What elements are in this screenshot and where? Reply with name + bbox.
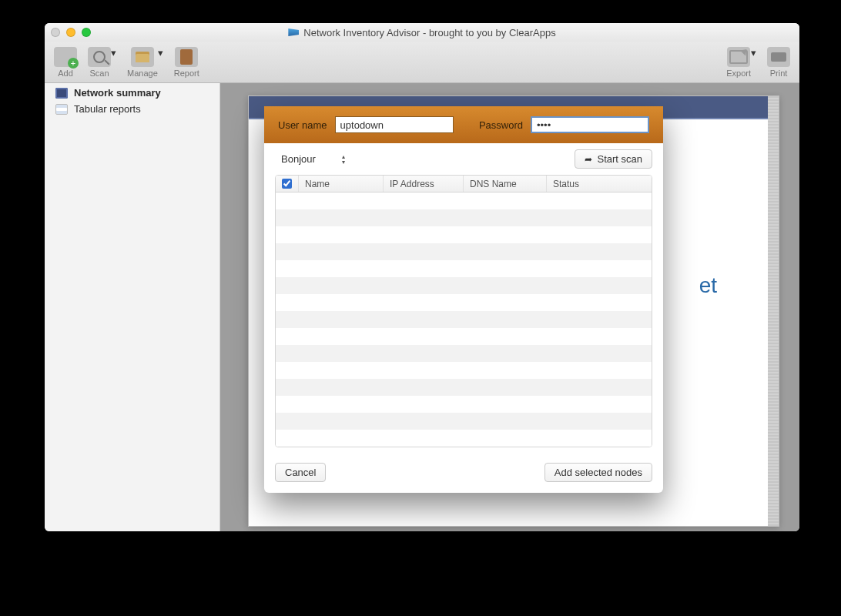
table-row[interactable] (276, 379, 652, 396)
start-scan-button[interactable]: ➦ Start scan (575, 149, 652, 169)
select-all-checkbox[interactable] (282, 179, 292, 189)
table-row[interactable] (276, 430, 652, 447)
sidebar-item-label: Tabular reports (74, 103, 141, 115)
summary-icon (55, 88, 68, 99)
add-button[interactable]: Add (54, 47, 77, 78)
print-label: Print (770, 69, 788, 78)
titlebar: Network Inventory Advisor - brought to y… (45, 23, 799, 42)
print-button[interactable]: Print (767, 47, 790, 78)
report-label: Report (174, 69, 199, 78)
report-button[interactable]: Report (174, 47, 199, 78)
column-header-dns[interactable]: DNS Name (464, 176, 547, 192)
column-header-ip[interactable]: IP Address (384, 176, 464, 192)
zoom-window-button[interactable] (82, 28, 91, 37)
table-row[interactable] (276, 277, 652, 294)
app-icon (288, 28, 299, 36)
partial-report-text: et (699, 273, 717, 298)
sidebar-item-tabular-reports[interactable]: Tabular reports (45, 101, 219, 117)
printer-icon (767, 47, 790, 67)
table-body (276, 192, 652, 447)
credentials-bar: User name Password (264, 106, 663, 143)
export-dropdown-chevron-icon[interactable]: ▾ (751, 47, 756, 59)
export-button[interactable]: Export (726, 47, 751, 78)
table-row[interactable] (276, 209, 652, 226)
add-node-icon (54, 47, 77, 67)
scan-controls: Bonjour ▴▾ ➦ Start scan (264, 143, 663, 175)
scan-method-select[interactable]: Bonjour ▴▾ (275, 152, 351, 166)
results-table: Name IP Address DNS Name Status (275, 175, 652, 447)
manage-button[interactable]: Manage (127, 47, 158, 78)
add-selected-nodes-button[interactable]: Add selected nodes (544, 463, 652, 482)
scrollbar[interactable] (768, 96, 779, 526)
column-header-status[interactable]: Status (547, 176, 652, 192)
table-row[interactable] (276, 396, 652, 413)
window-title: Network Inventory Advisor - brought to y… (303, 27, 555, 38)
arrow-right-icon: ➦ (585, 154, 592, 165)
table-row[interactable] (276, 192, 652, 209)
scan-method-value: Bonjour (281, 153, 316, 165)
table-row[interactable] (276, 243, 652, 260)
table-row[interactable] (276, 294, 652, 311)
drawer-icon (131, 47, 154, 67)
table-row[interactable] (276, 260, 652, 277)
password-input[interactable] (531, 116, 649, 133)
scan-dropdown-chevron-icon[interactable]: ▾ (111, 47, 116, 59)
table-row[interactable] (276, 345, 652, 362)
table-row[interactable] (276, 311, 652, 328)
dialog-footer: Cancel Add selected nodes (264, 455, 663, 493)
magnifier-icon (88, 47, 111, 67)
close-window-button[interactable] (51, 28, 60, 37)
table-row[interactable] (276, 362, 652, 379)
scan-dialog: User name Password Bonjour ▴▾ ➦ Start sc… (264, 106, 663, 493)
scan-button[interactable]: Scan (88, 47, 111, 78)
sidebar: Network summary Tabular reports (45, 83, 220, 531)
toolbar: Add Scan ▾ Manage ▾ Report Export (45, 42, 799, 83)
minimize-window-button[interactable] (66, 28, 75, 37)
cancel-label: Cancel (285, 467, 316, 478)
password-label: Password (479, 119, 523, 131)
table-row[interactable] (276, 328, 652, 345)
tabular-icon (55, 104, 68, 115)
table-header: Name IP Address DNS Name Status (276, 176, 652, 192)
manage-label: Manage (127, 69, 158, 78)
select-all-header[interactable] (276, 176, 299, 192)
cancel-button[interactable]: Cancel (275, 463, 326, 482)
column-header-name[interactable]: Name (299, 176, 384, 192)
table-row[interactable] (276, 226, 652, 243)
sidebar-item-network-summary[interactable]: Network summary (45, 85, 219, 101)
start-scan-label: Start scan (597, 153, 642, 165)
username-input[interactable] (335, 116, 454, 133)
username-label: User name (278, 119, 327, 131)
scan-label: Scan (89, 69, 109, 78)
app-window: Network Inventory Advisor - brought to y… (45, 23, 799, 531)
table-row[interactable] (276, 413, 652, 430)
export-label: Export (726, 69, 751, 78)
sidebar-item-label: Network summary (74, 87, 161, 99)
add-label: Add (58, 69, 73, 78)
export-icon (727, 47, 750, 67)
select-stepper-icon: ▴▾ (342, 154, 345, 165)
report-icon (175, 47, 198, 67)
manage-dropdown-chevron-icon[interactable]: ▾ (158, 47, 163, 59)
add-selected-label: Add selected nodes (555, 467, 642, 478)
